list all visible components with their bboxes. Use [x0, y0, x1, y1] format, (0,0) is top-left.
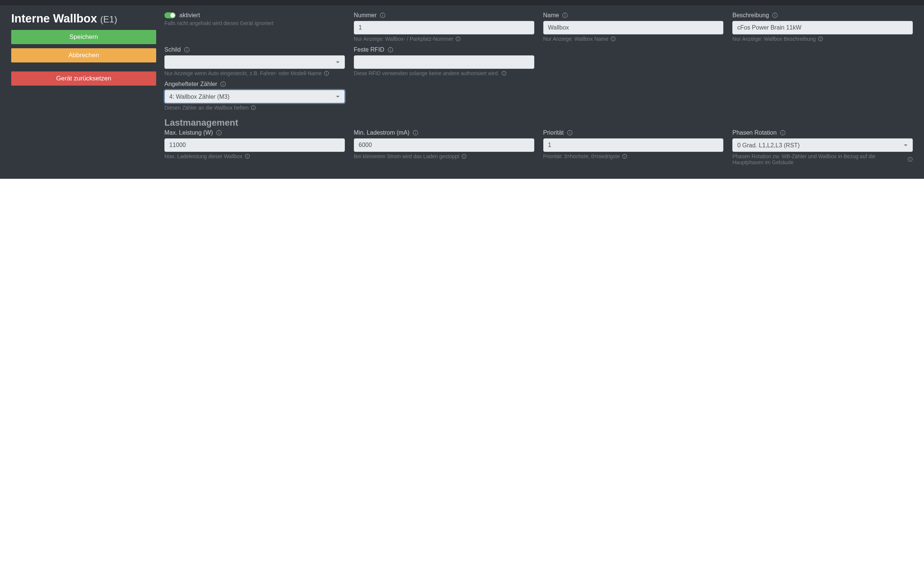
- svg-point-11: [613, 38, 614, 38]
- field-nummer: Nummer Nur Anzeige: Wallbox- / Parkplatz…: [354, 12, 534, 42]
- section-lastmanagement: Lastmanagement: [164, 117, 913, 128]
- field-angehefteter-zaehler: Angehefteter Zähler 4: Wallbox Zähler (M…: [164, 81, 345, 111]
- main-panel: Interne Wallbox (E1) Speichern Abbrechen…: [0, 5, 924, 179]
- nummer-input[interactable]: [354, 21, 534, 35]
- info-icon[interactable]: [245, 154, 250, 159]
- info-icon[interactable]: [818, 36, 823, 42]
- schild-select[interactable]: [164, 56, 345, 69]
- info-icon[interactable]: [780, 130, 786, 136]
- info-icon[interactable]: [387, 47, 393, 53]
- phasen-rotation-hint: Phasen Rotation zw. WB-Zähler und Wallbo…: [732, 153, 905, 165]
- aktiviert-hint: Falls nicht angehakt wird dieses Gerät i…: [164, 20, 345, 26]
- info-icon[interactable]: [184, 47, 190, 53]
- angehefteter-zaehler-label: Angehefteter Zähler: [164, 81, 217, 87]
- page-title-suffix: (E1): [100, 14, 117, 24]
- field-name: Name Nur Anzeige: Wallbox Name: [543, 12, 724, 42]
- save-button[interactable]: Speichern: [11, 30, 156, 44]
- beschreibung-input[interactable]: [732, 21, 913, 35]
- field-min-ladestrom: Min. Ladestrom (mA) Bei kleinerem Strom …: [354, 129, 534, 165]
- info-icon[interactable]: [562, 12, 568, 18]
- phasen-rotation-select[interactable]: 0 Grad. L1,L2,L3 (RST): [732, 138, 913, 152]
- field-beschreibung: Beschreibung Nur Anzeige: Wallbox Beschr…: [732, 12, 913, 42]
- angehefteter-zaehler-select[interactable]: 4: Wallbox Zähler (M3): [164, 90, 345, 103]
- svg-point-8: [565, 14, 565, 14]
- svg-point-38: [219, 131, 219, 132]
- field-max-leistung: Max. Leistung (W) Max. Ladeleistung dies…: [164, 129, 345, 165]
- name-label: Name: [543, 12, 560, 19]
- svg-point-14: [774, 14, 775, 14]
- beschreibung-label: Beschreibung: [732, 12, 769, 19]
- svg-point-17: [820, 38, 821, 38]
- min-ladestrom-label: Min. Ladestrom (mA): [354, 129, 410, 136]
- page-title: Interne Wallbox (E1): [11, 12, 156, 26]
- max-leistung-input[interactable]: [164, 138, 345, 152]
- svg-point-29: [504, 72, 504, 72]
- svg-point-56: [782, 131, 783, 132]
- field-prioritaet: Priorität Priorität: 3=höchste, 0=niedri…: [543, 129, 724, 165]
- prioritaet-hint: Priorität: 3=höchste, 0=niedrigste: [543, 153, 620, 159]
- info-icon[interactable]: [220, 81, 226, 87]
- info-icon[interactable]: [501, 71, 507, 76]
- toggle-knob: [170, 13, 175, 18]
- field-feste-rfid: Feste RFID Diese RFID verwenden solange …: [354, 47, 534, 76]
- min-ladestrom-hint: Bei kleinerem Strom wird das Laden gesto…: [354, 153, 459, 159]
- page-title-main: Interne Wallbox: [11, 12, 97, 25]
- empty-row2: [543, 47, 913, 76]
- feste-rfid-input[interactable]: [354, 56, 534, 69]
- empty-row3: [354, 81, 913, 111]
- info-icon[interactable]: [622, 154, 627, 159]
- beschreibung-hint: Nur Anzeige: Wallbox Beschreibung: [732, 36, 816, 42]
- info-icon[interactable]: [567, 130, 573, 136]
- svg-point-26: [390, 48, 390, 49]
- nummer-hint: Nur Anzeige: Wallbox- / Parkplatz-Nummer: [354, 36, 453, 42]
- reset-device-button[interactable]: Gerät zurücksetzen: [11, 71, 156, 86]
- feste-rfid-label: Feste RFID: [354, 47, 384, 53]
- svg-point-5: [458, 38, 459, 38]
- prioritaet-label: Priorität: [543, 129, 564, 136]
- name-input[interactable]: [543, 21, 724, 35]
- cancel-button[interactable]: Abbrechen: [11, 48, 156, 62]
- svg-point-59: [910, 158, 910, 159]
- field-schild: Schild Nur Anzeige wenn Auto eingesteckt…: [164, 47, 345, 76]
- nummer-label: Nummer: [354, 12, 376, 19]
- schild-hint: Nur Anzeige wenn Auto eingesteckt, z.B. …: [164, 70, 322, 76]
- angehefteter-zaehler-hint: Diesen Zähler an die Wallbox heften: [164, 105, 249, 111]
- max-leistung-label: Max. Leistung (W): [164, 129, 213, 136]
- info-icon[interactable]: [251, 105, 256, 110]
- field-aktiviert: aktiviert Falls nicht angehakt wird dies…: [164, 12, 345, 42]
- svg-point-47: [464, 155, 464, 156]
- svg-point-32: [223, 83, 224, 83]
- form-grid: aktiviert Falls nicht angehakt wird dies…: [164, 12, 913, 170]
- info-icon[interactable]: [216, 130, 222, 136]
- schild-label: Schild: [164, 47, 181, 53]
- info-icon[interactable]: [462, 154, 466, 159]
- min-ladestrom-input[interactable]: [354, 138, 534, 152]
- svg-point-20: [186, 48, 187, 49]
- feste-rfid-hint: Diese RFID verwenden solange keine ander…: [354, 70, 499, 76]
- info-icon[interactable]: [772, 12, 778, 18]
- info-icon[interactable]: [610, 36, 616, 42]
- name-hint: Nur Anzeige: Wallbox Name: [543, 36, 609, 42]
- side-column: Interne Wallbox (E1) Speichern Abbrechen…: [11, 12, 156, 170]
- svg-point-23: [326, 72, 327, 72]
- svg-point-53: [624, 155, 625, 156]
- svg-point-50: [569, 131, 570, 132]
- prioritaet-input[interactable]: [543, 138, 724, 152]
- aktiviert-label: aktiviert: [179, 12, 200, 19]
- svg-point-41: [247, 155, 248, 156]
- info-icon[interactable]: [324, 71, 329, 76]
- info-icon[interactable]: [456, 36, 461, 42]
- svg-point-44: [416, 131, 416, 132]
- svg-point-35: [254, 107, 254, 107]
- info-icon[interactable]: [412, 130, 418, 136]
- info-icon[interactable]: [380, 12, 386, 18]
- phasen-rotation-label: Phasen Rotation: [732, 129, 776, 136]
- info-icon[interactable]: [908, 157, 913, 162]
- field-phasen-rotation: Phasen Rotation 0 Grad. L1,L2,L3 (RST) P…: [732, 129, 913, 165]
- aktiviert-toggle[interactable]: [164, 12, 176, 18]
- header-bar: [0, 0, 924, 5]
- max-leistung-hint: Max. Ladeleistung dieser Wallbox: [164, 153, 243, 159]
- svg-point-2: [382, 14, 382, 14]
